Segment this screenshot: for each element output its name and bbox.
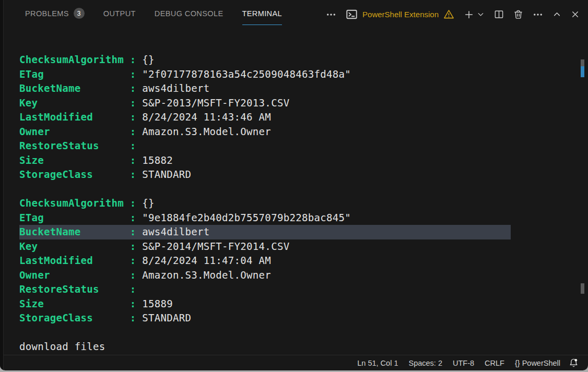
property-name: LastModified :	[19, 111, 142, 123]
property-name: Key :	[19, 97, 142, 109]
kill-terminal-trash-icon[interactable]	[513, 9, 523, 19]
property-name: Owner :	[19, 126, 142, 137]
property-name: ChecksumAlgorithm :	[19, 54, 142, 65]
terminal-line: Key : S&P-2014/MSFT-FY2014.CSV	[19, 239, 588, 254]
terminal-line: LastModified : 8/24/2024 11:47:04 AM	[19, 254, 588, 268]
terminal-line: Owner : Amazon.S3.Model.Owner	[19, 268, 588, 283]
status-items: Ln 51, Col 1Spaces: 2UTF-8CRLF{} PowerSh…	[352, 355, 566, 371]
status-cursor-position[interactable]: Ln 51, Col 1	[352, 355, 403, 371]
status-eol[interactable]: CRLF	[479, 355, 510, 371]
terminal-line: Key : S&P-2013/MSFT-FY2013.CSV	[19, 96, 588, 111]
terminal-line: LastModified : 8/24/2024 11:43:46 AM	[19, 110, 588, 125]
terminal-line: ChecksumAlgorithm : {}	[19, 53, 588, 67]
property-value: S&P-2014/MSFT-FY2014.CSV	[142, 241, 289, 252]
panel-left-edge	[0, 0, 4, 370]
property-name: LastModified :	[19, 255, 142, 266]
notifications-bell-icon[interactable]	[566, 358, 583, 368]
overview-ruler-mark	[581, 283, 584, 294]
terminal-line: BucketName : aws4dilbert	[19, 81, 588, 96]
property-value: 15889	[142, 298, 173, 309]
terminal-line: ChecksumAlgorithm : {}	[19, 196, 588, 211]
warning-icon	[443, 9, 454, 20]
overview-ruler-selection-mark	[581, 66, 584, 77]
tab-terminal[interactable]: TERMINAL	[242, 0, 283, 25]
tab-label: TERMINAL	[242, 9, 283, 18]
property-value: Amazon.S3.Model.Owner	[142, 126, 271, 137]
terminal-line	[19, 326, 588, 340]
tab-output[interactable]: OUTPUT	[103, 0, 136, 25]
property-name: ChecksumAlgorithm :	[19, 197, 142, 209]
property-name: Size :	[19, 298, 142, 309]
terminal-text: download files	[19, 341, 105, 352]
property-value: STANDARD	[142, 312, 191, 323]
terminal-shell-selector[interactable]: PowerShell Extension	[346, 8, 454, 20]
property-name: BucketName :	[19, 226, 142, 237]
property-value: STANDARD	[142, 169, 191, 180]
property-value: aws4dilbert	[142, 82, 209, 94]
panel-tabs: PROBLEMS3OUTPUTDEBUG CONSOLETERMINAL	[25, 0, 282, 29]
terminal-line: StorageClass : STANDARD	[19, 311, 588, 326]
new-terminal-icon[interactable]	[464, 9, 474, 20]
tab-label: OUTPUT	[103, 9, 136, 18]
terminal-line: StorageClass : STANDARD	[19, 167, 588, 182]
views-more-icon[interactable]	[326, 9, 336, 20]
property-value: {}	[142, 54, 155, 65]
close-panel-icon[interactable]	[571, 10, 580, 19]
property-name: RestoreStatus :	[19, 140, 142, 151]
property-value: Amazon.S3.Model.Owner	[142, 269, 271, 281]
status-indentation[interactable]: Spaces: 2	[403, 355, 448, 371]
problems-count-badge: 3	[74, 8, 85, 19]
property-value: S&P-2013/MSFT-FY2013.CSV	[142, 97, 289, 109]
terminal-selection: BucketName : aws4dilbert	[19, 225, 511, 239]
split-terminal-icon[interactable]	[494, 9, 504, 19]
panel-actions: PowerShell Extension	[326, 0, 580, 29]
terminal-line: RestoreStatus :	[19, 139, 588, 153]
terminal-line: RestoreStatus :	[19, 282, 588, 297]
terminal-line	[19, 182, 588, 197]
property-value: "2f07177878163a54c2509048463fd48a"	[142, 68, 351, 80]
property-name: StorageClass :	[19, 312, 142, 323]
property-value: 8/24/2024 11:47:04 AM	[142, 255, 271, 266]
property-name: ETag :	[19, 212, 142, 223]
property-name: BucketName :	[19, 82, 142, 94]
property-value: {}	[142, 197, 155, 209]
terminal-line: download files	[19, 340, 588, 354]
tab-label: PROBLEMS	[25, 9, 69, 18]
terminal-line: ETag : "2f07177878163a54c2509048463fd48a…	[19, 67, 588, 82]
property-value: aws4dilbert	[142, 226, 511, 237]
tab-debug-console[interactable]: DEBUG CONSOLE	[155, 0, 224, 25]
status-encoding[interactable]: UTF-8	[448, 355, 479, 371]
scrollbar-thumb[interactable]	[581, 59, 584, 66]
property-name: RestoreStatus :	[19, 283, 142, 295]
property-value: 8/24/2024 11:43:46 AM	[142, 111, 271, 123]
property-value: 15882	[142, 154, 173, 166]
terminal-line: Owner : Amazon.S3.Model.Owner	[19, 125, 588, 139]
property-value: "9e1884fe2b40d2b7557079b228bac845"	[142, 212, 351, 223]
terminal-output[interactable]: ChecksumAlgorithm : {}ETag : "2f07177878…	[0, 29, 588, 355]
terminal-line: Size : 15889	[19, 297, 588, 311]
vscode-panel-window: PROBLEMS3OUTPUTDEBUG CONSOLETERMINAL Pow…	[0, 0, 588, 370]
terminal-more-actions-icon[interactable]	[533, 9, 543, 20]
shell-label: PowerShell Extension	[362, 10, 439, 19]
property-name: ETag :	[19, 68, 142, 80]
powershell-terminal-icon	[346, 8, 358, 20]
terminal-line: BucketName : aws4dilbert	[19, 225, 588, 239]
terminal-line: ETag : "9e1884fe2b40d2b7557079b228bac845…	[19, 211, 588, 225]
property-name: Key :	[19, 241, 142, 252]
terminal-line: Size : 15882	[19, 153, 588, 168]
status-bar: Ln 51, Col 1Spaces: 2UTF-8CRLF{} PowerSh…	[0, 355, 588, 370]
property-name: StorageClass :	[19, 169, 142, 180]
status-language-mode[interactable]: {} PowerShell	[510, 355, 566, 371]
maximize-panel-chevron-up-icon[interactable]	[552, 10, 561, 19]
launch-profile-chevron-down-icon[interactable]	[477, 10, 485, 18]
property-name: Size :	[19, 154, 142, 166]
tab-label: DEBUG CONSOLE	[155, 9, 224, 18]
panel-header: PROBLEMS3OUTPUTDEBUG CONSOLETERMINAL Pow…	[0, 0, 588, 29]
property-name: Owner :	[19, 269, 142, 281]
tab-problems[interactable]: PROBLEMS3	[25, 0, 85, 25]
